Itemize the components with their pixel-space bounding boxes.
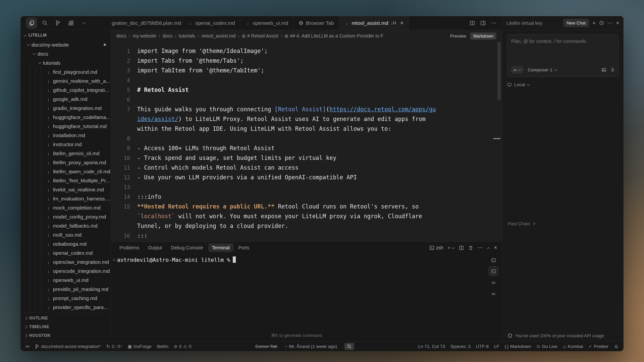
file-item[interactable]: ↓instructor.md <box>20 140 111 149</box>
context-selector[interactable]: Local <box>507 82 619 87</box>
code-line[interactable]: 16::: <box>111 231 502 241</box>
breadcrumb-item[interactable]: ⊞# Retool Assist <box>242 33 278 39</box>
maximize-panel-icon[interactable] <box>487 247 490 250</box>
new-terminal-button[interactable]: + <box>447 245 454 250</box>
file-item[interactable]: ↓installation.md <box>20 131 111 140</box>
code-line[interactable]: 11- Control which models Retool Assist c… <box>111 163 502 173</box>
file-item[interactable]: ↓gemini_realtime_with_a... <box>20 76 111 85</box>
more-actions-icon[interactable]: ⋯ <box>491 20 496 26</box>
breadcrumb-item[interactable]: ⊞## 4. Add LiteLLM as a Custom Provider … <box>284 33 383 39</box>
editor-tab[interactable]: ↓openweb_ui.md <box>240 16 293 30</box>
source-control-icon[interactable] <box>53 18 63 28</box>
file-item[interactable]: ↓prompt_caching.md <box>20 294 111 303</box>
agent-mode-selector[interactable]: ∞ <box>511 66 524 74</box>
code-line[interactable]: 10- Track spend and usage, set budget li… <box>111 153 502 163</box>
file-item[interactable]: ↓github_copilot_integrati... <box>20 85 111 95</box>
remote-indicator[interactable]: >< <box>25 344 29 349</box>
close-panel-icon[interactable]: × <box>494 245 497 250</box>
code-line[interactable]: 3import TabItem from '@theme/TabItem'; <box>111 66 502 75</box>
notifications-item[interactable] <box>614 344 619 349</box>
cursor-tab-toggle[interactable]: Cursor Tab <box>255 344 277 349</box>
file-item[interactable]: ↓lm_evaluation_harness.... <box>20 194 111 203</box>
terminal-session-terminal[interactable] <box>489 256 498 264</box>
chat-more-icon[interactable]: ⋯ <box>607 20 613 26</box>
encoding-item[interactable]: UTF-8 <box>476 344 489 349</box>
customize-layout-icon[interactable] <box>480 20 486 26</box>
panel-tab-terminal[interactable]: Terminal <box>208 243 233 252</box>
editor-tab[interactable]: Browser Tab <box>293 16 339 30</box>
code-line[interactable]: 13 <box>111 182 502 192</box>
file-item[interactable]: ↓google_adk.md <box>20 95 111 104</box>
shell-selector[interactable]: zsh <box>429 245 443 250</box>
folder-item[interactable]: docs <box>20 49 111 58</box>
chat-input-box[interactable]: Plan, @ for context, / for commands ∞ Co… <box>507 34 619 77</box>
file-item[interactable]: ↓livekit_xai_realtime.md <box>20 185 111 194</box>
editor-scrollbar[interactable] <box>497 42 501 100</box>
language-item[interactable]: { }Markdown <box>505 344 531 349</box>
file-item[interactable]: ↓openai_codex.md <box>20 248 111 257</box>
file-item[interactable]: ↓provider_specific_para... <box>20 303 111 312</box>
history-clock-icon[interactable] <box>599 20 604 25</box>
file-item[interactable]: ↓mock_completion.md <box>20 203 111 212</box>
code-line[interactable]: 7This guide walks you through connecting… <box>111 105 502 134</box>
new-chat-button[interactable]: New Chat <box>563 19 589 27</box>
microphone-icon[interactable] <box>610 67 615 72</box>
search-chip[interactable] <box>344 343 354 350</box>
problems-item[interactable]: ⊘0 ⚠0 <box>174 344 192 349</box>
folder-item[interactable]: docs/my-website <box>20 40 111 49</box>
panel-more-icon[interactable]: ⋯ <box>478 245 483 250</box>
terminal-session-infinity[interactable]: ∞ <box>489 289 498 298</box>
breadcrumb-item[interactable]: my-website <box>132 33 156 39</box>
file-item[interactable]: ↓openclaw_integration.md <box>20 257 111 266</box>
breadcrumb-item[interactable]: docs <box>116 33 126 39</box>
editor-tab[interactable]: ↓retool_assist.md↓M× <box>339 16 409 30</box>
editor-tab[interactable]: gration_doc_d075fd58.plan.md <box>111 16 183 30</box>
split-terminal-icon[interactable] <box>459 245 464 250</box>
file-item[interactable]: ↓gradio_integration.md <box>20 104 111 113</box>
explorer-copy-icon[interactable] <box>26 18 37 28</box>
code-line[interactable]: 8 <box>111 134 502 143</box>
model-selector[interactable]: Composer 1 <box>528 67 557 72</box>
insforge-item[interactable]: ▣InsForge <box>128 344 152 349</box>
file-item[interactable]: ↓model_config_proxy.md <box>20 212 111 221</box>
code-line[interactable]: 12- Use your own LLM providers via a uni… <box>111 173 502 182</box>
code-line[interactable]: 14:::info <box>111 192 502 202</box>
code-line[interactable]: 15**Hosted Retool requires a public URL.… <box>111 202 502 231</box>
code-line[interactable]: 5# Retool Assist <box>111 85 502 95</box>
file-item[interactable]: ↓huggingface_codellama... <box>20 113 111 122</box>
terminal-session-terminal[interactable] <box>489 267 498 276</box>
file-item[interactable]: ↓litellm_gemini_cli.md <box>20 149 111 158</box>
panel-tab-debug-console[interactable]: Debug Console <box>167 243 207 252</box>
tab-close-icon[interactable]: × <box>400 20 404 26</box>
preview-button[interactable]: Preview <box>450 34 466 39</box>
markdown-mode-chip[interactable]: Markdown <box>470 33 496 40</box>
search-icon[interactable] <box>40 18 50 28</box>
project-item[interactable]: litellm <box>157 344 168 349</box>
file-item[interactable]: ↓presidio_pii_masking.md <box>20 285 111 294</box>
sidebar-section-outline[interactable]: OUTLINE <box>20 314 111 322</box>
code-line[interactable]: 9- Access 100+ LLMs through Retool Assis… <box>111 143 502 153</box>
panel-tab-problems[interactable]: Problems <box>116 243 143 252</box>
file-item[interactable]: ↓litellm_qwen_code_cli.md <box>20 167 111 176</box>
line-col-item[interactable]: Ln 71, Col 73 <box>418 344 445 349</box>
sidebar-section-houston[interactable]: HOUSTON <box>20 331 111 340</box>
terminal-body[interactable]: astrodevil@Astro-Mac-mini litellm % ⌘K t… <box>111 254 502 341</box>
eol-item[interactable]: LF <box>494 344 499 349</box>
file-item[interactable]: ↓litellm_proxy_aporia.md <box>20 158 111 167</box>
panel-tab-ports[interactable]: Ports <box>235 243 253 252</box>
split-editor-icon[interactable] <box>470 20 475 26</box>
file-item[interactable]: ↓model_fallbacks.md <box>20 221 111 230</box>
chat-close-icon[interactable]: × <box>616 20 619 26</box>
git-branch-item[interactable]: docs/retool-assist-integration* <box>35 344 101 349</box>
panel-tab-output[interactable]: Output <box>144 243 166 252</box>
code-line[interactable]: 2import Tabs from '@theme/Tabs'; <box>111 56 502 66</box>
kill-terminal-icon[interactable] <box>468 245 473 250</box>
file-item[interactable]: ↓msft_sso.md <box>20 230 111 239</box>
past-chats-section[interactable]: Past Chats <box>508 221 535 226</box>
file-item[interactable]: ↓first_playground.md <box>20 67 111 76</box>
code-line[interactable]: 6 <box>111 95 502 105</box>
attach-image-icon[interactable] <box>601 67 606 72</box>
file-item[interactable]: ↓oobabooga.md <box>20 239 111 248</box>
prettier-item[interactable]: ✓Prettier <box>589 344 608 349</box>
editor-tab[interactable]: ↓openai_codex.md <box>183 16 240 30</box>
